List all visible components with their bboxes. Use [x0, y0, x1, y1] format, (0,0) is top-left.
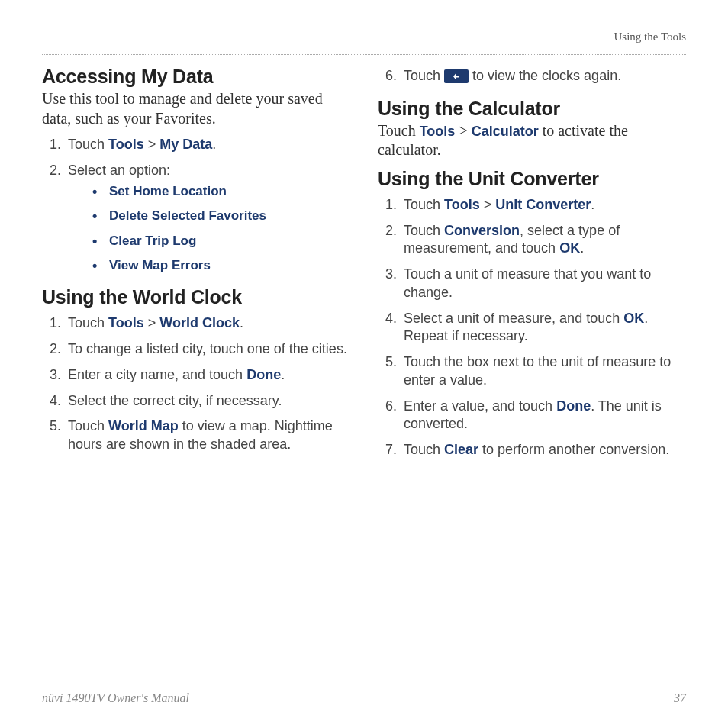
- keyword-clear: Clear: [444, 442, 478, 457]
- list-item: Select an option: Set Home Location Dele…: [65, 162, 350, 275]
- list-item: Select a unit of measure, and touch OK. …: [401, 310, 686, 346]
- text: Select a unit of measure, and touch: [404, 311, 623, 326]
- text: Select an option:: [68, 163, 170, 178]
- text: .: [591, 197, 594, 212]
- heading-world-clock: Using the World Clock: [42, 286, 350, 308]
- text: .: [281, 367, 285, 382]
- text: to perform another conversion.: [478, 442, 669, 457]
- steps-world-clock-continued: Touch to view the clocks again.: [378, 67, 686, 85]
- keyword-tools: Tools: [108, 315, 144, 330]
- steps-accessing-my-data: Touch Tools > My Data. Select an option:…: [42, 136, 350, 274]
- keyword-done: Done: [246, 367, 281, 382]
- keyword-unit-converter: Unit Converter: [495, 197, 591, 212]
- list-item: Touch Tools > My Data.: [65, 136, 350, 154]
- heading-accessing-my-data: Accessing My Data: [42, 66, 350, 88]
- bullet-clear-trip-log: Clear Trip Log: [92, 233, 350, 250]
- text: Touch: [404, 197, 444, 212]
- options-bullets: Set Home Location Delete Selected Favori…: [68, 183, 350, 275]
- text: Touch: [68, 418, 108, 433]
- text: Touch: [68, 315, 108, 330]
- text: .: [580, 240, 584, 256]
- footer-manual-title: nüvi 1490TV Owner's Manual: [42, 691, 189, 705]
- keyword-calculator: Calculator: [472, 124, 539, 139]
- keyword-my-data: My Data: [159, 137, 212, 152]
- heading-calculator: Using the Calculator: [378, 98, 686, 120]
- manual-page: Using the Tools Accessing My Data Use th…: [0, 0, 728, 728]
- keyword-ok: OK: [559, 240, 580, 256]
- text: >: [455, 122, 471, 139]
- steps-world-clock: Touch Tools > World Clock. To change a l…: [42, 314, 350, 454]
- list-item: Touch Tools > Unit Converter.: [401, 196, 686, 214]
- list-item: Touch Clear to perform another conversio…: [401, 441, 686, 459]
- list-item: Touch Conversion, select a type of measu…: [401, 222, 686, 259]
- text: >: [144, 137, 160, 152]
- list-item: To change a listed city, touch one of th…: [65, 340, 350, 359]
- keyword-ok: OK: [623, 311, 644, 326]
- text: .: [212, 137, 216, 152]
- list-item: Enter a city name, and touch Done.: [65, 366, 350, 385]
- text: Enter a value, and touch: [404, 398, 556, 414]
- list-item: Select the correct city, if necessary.: [65, 392, 350, 411]
- list-item: Touch Tools > World Clock.: [65, 314, 350, 333]
- left-column: Accessing My Data Use this tool to manag…: [42, 61, 350, 472]
- intro-calculator: Touch Tools > Calculator to activate the…: [378, 121, 686, 160]
- text: Touch: [404, 223, 444, 238]
- text: Touch: [404, 68, 444, 83]
- intro-accessing-my-data: Use this tool to manage and delete your …: [42, 89, 350, 128]
- page-footer: nüvi 1490TV Owner's Manual 37: [42, 691, 686, 705]
- keyword-world-map: World Map: [108, 418, 179, 433]
- text: .: [240, 315, 243, 330]
- keyword-tools: Tools: [420, 124, 456, 139]
- text: >: [144, 315, 160, 330]
- text: Enter a city name, and touch: [68, 367, 246, 382]
- list-item: Touch a unit of measure that you want to…: [401, 266, 686, 302]
- keyword-done: Done: [556, 398, 591, 414]
- text: to view the clocks again.: [469, 68, 621, 83]
- content-columns: Accessing My Data Use this tool to manag…: [42, 61, 686, 472]
- keyword-conversion: Conversion: [444, 223, 520, 238]
- text: Touch: [378, 122, 420, 139]
- bullet-view-map-errors: View Map Errors: [92, 257, 350, 274]
- text: Touch: [68, 137, 108, 152]
- bullet-set-home: Set Home Location: [92, 183, 350, 200]
- steps-unit-converter: Touch Tools > Unit Converter. Touch Conv…: [378, 196, 686, 459]
- right-column: Touch to view the clocks again. Using th…: [378, 61, 686, 472]
- back-icon: [444, 69, 469, 83]
- footer-page-number: 37: [674, 691, 686, 705]
- header-rule: [42, 54, 686, 55]
- text: >: [480, 197, 496, 212]
- list-item: Enter a value, and touch Done. The unit …: [401, 398, 686, 434]
- bullet-delete-favorites: Delete Selected Favorites: [92, 208, 350, 224]
- keyword-tools: Tools: [444, 197, 480, 212]
- list-item: Touch to view the clocks again.: [401, 67, 686, 85]
- breadcrumb: Using the Tools: [42, 31, 686, 43]
- list-item: Touch World Map to view a map. Nighttime…: [65, 417, 350, 454]
- keyword-world-clock: World Clock: [159, 315, 240, 330]
- list-item: Touch the box next to the unit of measur…: [401, 353, 686, 390]
- keyword-tools: Tools: [108, 137, 144, 152]
- text: Touch: [404, 442, 444, 457]
- heading-unit-converter: Using the Unit Converter: [378, 168, 686, 190]
